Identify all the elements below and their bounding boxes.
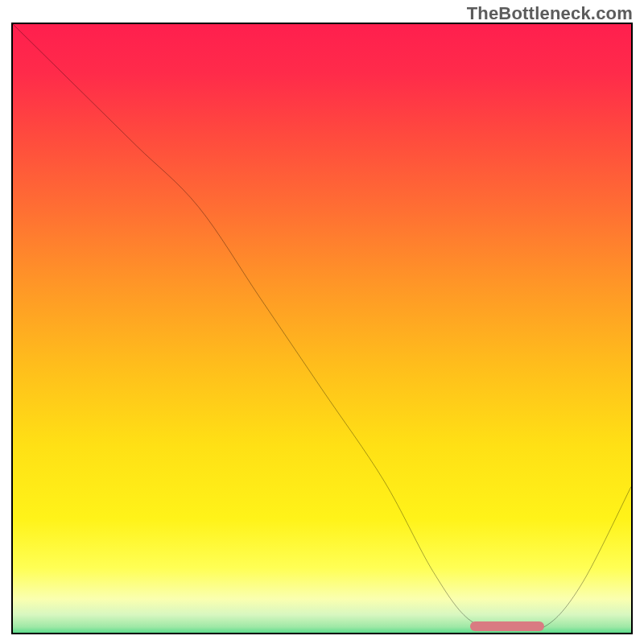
bottleneck-curve xyxy=(13,24,631,633)
optimal-range-marker xyxy=(470,621,544,631)
attribution-text: TheBottleneck.com xyxy=(467,3,633,24)
chart-frame xyxy=(11,23,633,634)
